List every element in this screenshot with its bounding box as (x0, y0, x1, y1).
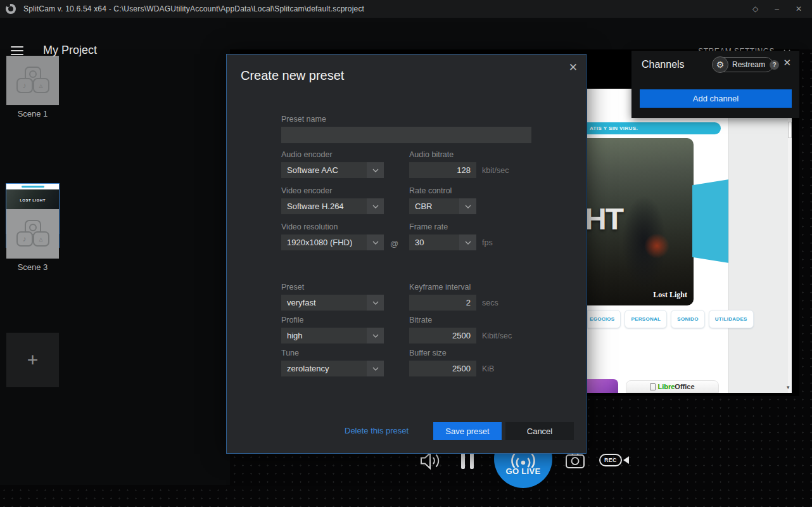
webpage-scrollbar[interactable] (788, 117, 792, 393)
document-icon (650, 383, 656, 390)
buffer-size-unit: KiB (482, 364, 494, 373)
video-resolution-label: Video resolution (281, 222, 338, 231)
delete-preset-link[interactable]: Delete this preset (345, 426, 409, 435)
chevron-down-icon (367, 234, 384, 250)
keyframe-interval-input[interactable]: 2 (409, 295, 476, 311)
scene2-mini-banner: LOST LIGHT (6, 189, 59, 211)
chevron-down-icon (367, 361, 384, 376)
pin-icon[interactable]: ◇ (752, 5, 758, 13)
video-encoder-select[interactable]: Software H.264 (281, 198, 384, 214)
scene2-mini-header (6, 184, 59, 189)
music-note-icon: ♪ (16, 231, 33, 247)
cancel-button[interactable]: Cancel (505, 422, 574, 440)
category-pill[interactable]: UTILIDADES (709, 310, 754, 328)
left-panel: ♪ ▵ Scene 1 LOST LIGHT Scene 2 ♪ ▵ Scene… (0, 49, 230, 485)
scene-3-thumbnail[interactable]: ♪ ▵ (6, 209, 59, 259)
preset-name-input[interactable] (281, 127, 531, 143)
scene-1-thumbnail[interactable]: ♪ ▵ (6, 56, 59, 105)
app-logo-icon (6, 4, 16, 14)
menu-icon[interactable] (11, 46, 23, 58)
preset-name-label: Preset name (281, 115, 326, 124)
minimize-button[interactable]: – (775, 5, 779, 13)
restream-button[interactable]: ⚙ Restream (713, 57, 773, 72)
buffer-size-input[interactable]: 2500 (409, 361, 476, 376)
category-pill[interactable]: PERSONAL (625, 310, 667, 328)
game-caption: Lost Light (653, 290, 687, 300)
profile-select[interactable]: high (281, 328, 384, 343)
app-header: My Project STREAM SETTINGS (0, 18, 812, 49)
bitrate-unit: Kibit/sec (482, 331, 512, 340)
profile-label: Profile (281, 316, 303, 324)
help-icon[interactable]: ? (770, 60, 779, 70)
save-preset-button[interactable]: Save preset (433, 422, 502, 440)
audio-bitrate-unit: kbit/sec (482, 166, 509, 175)
splitcam-window: SplitCam v. 10.6.54 x64 - C:\Users\WDAGU… (0, 0, 812, 507)
preset-label: Preset (281, 283, 304, 292)
game-title-fragment: HT (587, 202, 623, 236)
window-title: SplitCam v. 10.6.54 x64 - C:\Users\WDAGU… (23, 4, 364, 13)
category-pill[interactable]: SONIDO (671, 310, 704, 328)
scene-1-label[interactable]: Scene 1 (6, 109, 59, 119)
scroll-down-arrow[interactable]: ▾ (787, 384, 790, 390)
cyan-decor-shape (692, 179, 729, 263)
webpage-gray-column (728, 117, 788, 393)
add-channel-button[interactable]: Add channel (640, 89, 792, 108)
bitrate-label: Bitrate (409, 316, 432, 324)
tune-select[interactable]: zerolatency (281, 361, 384, 376)
game-banner-image: HT Lost Light (587, 138, 694, 305)
chevron-down-icon (367, 328, 384, 343)
audio-monitor-button[interactable] (419, 451, 442, 473)
scrollbar-thumb[interactable] (788, 122, 792, 138)
video-encoder-label: Video encoder (281, 186, 332, 195)
music-note-icon: ♪ (16, 78, 33, 93)
channels-panel: Channels ⚙ Restream ? ✕ Add channel (631, 51, 799, 118)
camera-icon (565, 451, 585, 469)
tune-label: Tune (281, 349, 299, 357)
record-button[interactable]: REC (599, 454, 629, 466)
audio-bitrate-label: Audio bitrate (409, 150, 454, 159)
project-title: My Project (43, 44, 97, 57)
chevron-down-icon (367, 295, 384, 311)
chevron-down-icon (459, 234, 476, 250)
rate-control-select[interactable]: CBR (409, 198, 476, 214)
buffer-size-label: Buffer size (409, 349, 447, 357)
webpage-preview: ATIS Y SIN VIRUS. HT Lost Light ▾ EGOCIO… (587, 89, 792, 393)
image-icon: ▵ (33, 231, 49, 247)
libreoffice-card: LibreOffice (626, 380, 719, 393)
pause-button[interactable] (461, 452, 474, 469)
close-window-button[interactable]: ✕ (796, 5, 802, 13)
frame-rate-select[interactable]: 30 (409, 234, 476, 250)
rate-control-label: Rate control (409, 186, 452, 195)
scene-placeholder-icons: ♪ ▵ (15, 67, 51, 94)
frame-rate-unit: fps (482, 238, 493, 247)
keyframe-interval-label: Keyframe interval (409, 283, 471, 292)
keyframe-interval-unit: secs (482, 298, 498, 307)
title-bar: SplitCam v. 10.6.54 x64 - C:\Users\WDAGU… (0, 0, 812, 18)
gear-icon: ⚙ (712, 56, 728, 73)
video-resolution-select[interactable]: 1920x1080 (FHD) (281, 234, 384, 250)
at-symbol: @ (390, 239, 398, 248)
audio-encoder-select[interactable]: Software AAC (281, 162, 384, 178)
modal-title: Create new preset (241, 68, 344, 83)
chevron-down-icon (367, 198, 384, 214)
scene-3-label[interactable]: Scene 3 (6, 262, 59, 272)
rec-label: REC (599, 454, 622, 466)
close-modal-icon[interactable]: ✕ (569, 61, 578, 74)
webpage-banner: ATIS Y SIN VIRUS. (587, 122, 721, 134)
bitrate-input[interactable]: 2500 (409, 328, 476, 343)
create-preset-modal: Create new preset ✕ Preset name Audio en… (226, 54, 587, 454)
category-pill[interactable]: EGOCIOS (587, 310, 621, 328)
audio-encoder-label: Audio encoder (281, 150, 333, 159)
preset-select[interactable]: veryfast (281, 295, 384, 311)
audio-bitrate-input[interactable]: 128 (409, 162, 476, 178)
image-icon: ▵ (33, 78, 49, 93)
chevron-down-icon (367, 162, 384, 178)
go-live-label: GO LIVE (494, 466, 552, 476)
chevron-down-icon (459, 198, 476, 214)
record-arrow-icon (623, 456, 629, 464)
add-scene-button[interactable]: + (6, 333, 59, 387)
app-tile-purple (587, 379, 618, 393)
scene-placeholder-icons: ♪ ▵ (15, 220, 51, 248)
close-channels-icon[interactable]: ✕ (783, 57, 791, 68)
snapshot-button[interactable] (565, 451, 585, 472)
